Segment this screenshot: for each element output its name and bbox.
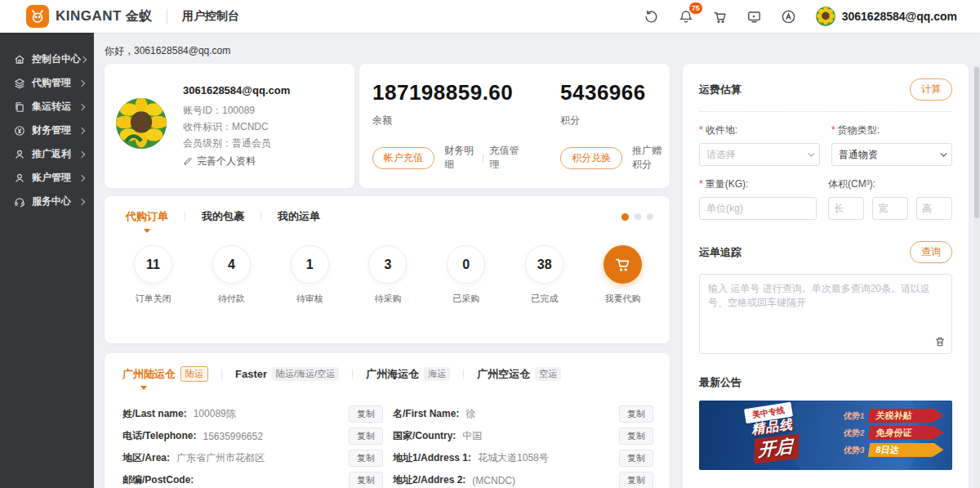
status-order-closed[interactable]: 11 订单关闭 (134, 245, 172, 305)
receiver-code-row: 收件标识：MCNDC (183, 119, 290, 135)
field-first-name: 名/First Name: 徐 复制 (393, 403, 653, 425)
layers-icon (13, 77, 25, 89)
chevron-right-icon (78, 174, 85, 181)
tab-divider (221, 369, 222, 379)
carousel-dot[interactable] (647, 213, 653, 220)
copy-button[interactable]: 复制 (619, 405, 653, 423)
sidebar-item-service-center[interactable]: 服务中心 (0, 190, 94, 213)
profile-email: 3061628584@qq.com (183, 84, 290, 96)
shipping-type-badge: 空运 (535, 367, 561, 381)
tab-warehouse-faster[interactable]: Faster 陆运/海运/空运 (235, 367, 339, 381)
shipping-type-badge: 陆运 (180, 366, 208, 382)
shipping-type-badge: 海运 (424, 367, 450, 381)
weight-input[interactable] (699, 197, 817, 220)
account-id-row: 账号ID：100089 (183, 102, 290, 119)
tab-purchase-orders[interactable]: 代购订单 (122, 209, 172, 224)
height-input[interactable] (916, 197, 952, 220)
points-exchange-button[interactable]: 积分兑换 (560, 147, 622, 169)
copy-button[interactable]: 复制 (619, 472, 653, 488)
brand-name-cn: 金蚁 (126, 8, 152, 25)
user-icon (13, 172, 25, 184)
destination-label: 收件地: (699, 123, 820, 137)
sidebar-item-account-management[interactable]: 账户管理 (0, 166, 94, 190)
sidebar-item-console-center[interactable]: 控制台中心 (0, 47, 94, 71)
status-purchased[interactable]: 0 已采购 (447, 245, 485, 305)
go-purchase-button[interactable]: 我要代购 (604, 245, 642, 305)
cargo-type-select[interactable]: 普通物资 (831, 143, 952, 166)
sidebar-item-label: 代购管理 (32, 76, 79, 90)
pencil-icon (183, 156, 193, 166)
announcement-banner[interactable]: 美中专线 精品线 开启 优势1 关税补贴 优势2 免身份证 优势3 8日达 (699, 401, 952, 470)
trash-icon[interactable] (934, 336, 946, 351)
page-title: 用户控制台 (182, 9, 239, 24)
cart-icon[interactable] (711, 7, 729, 25)
cargo-type-label: 货物类型: (831, 123, 952, 137)
status-pending-review[interactable]: 1 待审核 (291, 245, 329, 305)
volume-label: 体积(CM³): (828, 177, 952, 191)
sidebar-item-label: 控制台中心 (32, 52, 81, 66)
calculate-button[interactable]: 计算 (910, 78, 952, 101)
sidebar-item-label: 服务中心 (32, 195, 79, 208)
tab-warehouse-air[interactable]: 广州空运仓 空运 (477, 367, 561, 382)
header-account-email[interactable]: 3061628584@qq.com (842, 10, 957, 23)
promo-points-link[interactable]: 推广赠积分 (632, 144, 670, 172)
home-icon (13, 53, 25, 65)
field-address1: 地址1/Address 1: 花城大道1058号 复制 (393, 447, 653, 469)
copy-button[interactable]: 复制 (349, 450, 383, 467)
sidebar-item-consolidation-transfer[interactable]: 集运转运 (0, 95, 94, 119)
width-input[interactable] (872, 197, 908, 220)
status-pending-payment[interactable]: 4 待付款 (212, 245, 251, 305)
weight-label: 重量(KG): (699, 177, 817, 191)
tab-my-packages[interactable]: 我的包裹 (198, 209, 247, 224)
dotted-divider (699, 111, 952, 112)
sidebar-item-promotion-rebate[interactable]: 推广返利 (0, 142, 94, 166)
history-icon[interactable] (643, 7, 661, 25)
profile-avatar[interactable] (116, 98, 167, 149)
sidebar-item-purchase-management[interactable]: 代购管理 (0, 71, 94, 95)
copy-button[interactable]: 复制 (619, 450, 653, 467)
copy-button[interactable]: 复制 (349, 472, 383, 488)
status-completed[interactable]: 38 已完成 (525, 245, 564, 305)
sidebar-item-label: 财务管理 (32, 123, 79, 137)
brand-name: KINGANT (56, 8, 122, 25)
page-scrollbar[interactable] (973, 65, 980, 488)
scrollbar-thumb[interactable] (974, 67, 979, 218)
tab-warehouse-land[interactable]: 广州陆运仓 陆运 (122, 366, 208, 382)
field-country: 国家/Country: 中国 复制 (393, 425, 653, 447)
copy-button[interactable]: 复制 (349, 428, 383, 445)
balance-label: 余额 (372, 114, 521, 128)
recharge-manage-link[interactable]: 充值管理 (489, 144, 521, 172)
freight-estimate-title: 运费估算 (699, 83, 742, 97)
link-divider (483, 154, 483, 163)
field-last-name: 姓/Last name: 100089陈 复制 (122, 403, 383, 425)
sidebar-item-finance-management[interactable]: 财务管理 (0, 119, 94, 142)
notifications-bell-icon[interactable]: 75 (677, 7, 695, 25)
carousel-dot[interactable] (621, 213, 629, 221)
field-address2: 地址2/Addres 2: (MCNDC) 复制 (393, 469, 653, 488)
carousel-dot[interactable] (635, 213, 641, 220)
copy-button[interactable]: 复制 (619, 428, 653, 445)
tab-my-waybills[interactable]: 我的运单 (274, 209, 323, 224)
tab-divider (463, 369, 464, 379)
latest-announcement-title: 最新公告 (699, 375, 952, 390)
chevron-right-icon (78, 103, 85, 110)
balance-block: 187198859.60 余额 帐户充值 财务明细 充值管理 (372, 80, 521, 188)
tab-warehouse-sea[interactable]: 广州海运仓 海运 (366, 367, 450, 382)
user-avatar[interactable] (816, 7, 835, 26)
length-input[interactable] (828, 197, 864, 220)
waybill-tracking-textarea[interactable] (699, 274, 952, 354)
ant-logo-icon (26, 5, 49, 28)
account-circle-icon[interactable] (780, 7, 798, 25)
complete-profile-link[interactable]: 完善个人资料 (183, 154, 290, 168)
sidebar-item-label: 集运转运 (32, 100, 79, 114)
query-button[interactable]: 查询 (910, 241, 952, 263)
recharge-button[interactable]: 帐户充值 (372, 147, 434, 169)
finance-detail-link[interactable]: 财务明细 (444, 144, 476, 172)
status-pending-purchase[interactable]: 3 待采购 (368, 245, 407, 305)
greeting-text: 你好，3061628584@qq.com (105, 44, 230, 58)
copy-button[interactable]: 复制 (349, 405, 383, 423)
profile-card: 3061628584@qq.com 账号ID：100089 收件标识：MCNDC… (105, 64, 354, 188)
workbench-monitor-icon[interactable] (746, 7, 764, 25)
destination-select[interactable]: 请选择 (699, 143, 820, 166)
brand-logo[interactable]: KINGANT 金蚁 (26, 5, 152, 28)
